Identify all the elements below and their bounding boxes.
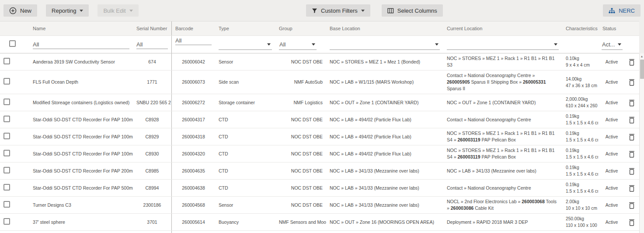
status-value: Active [599,217,624,227]
cell-type: Side scan [215,77,275,87]
cell-serial-number: SNBU 220 565 2 [133,98,171,108]
characteristic-weight: 14.00kg [566,76,598,82]
row-checkbox[interactable] [3,133,10,139]
table-row[interactable]: Star-Oddi SO-DST CTD Recorder For PAP 10… [0,111,639,128]
cell-characteristics: 0.19kg 1.5 x 1.5 x 4.6 cm [562,111,599,128]
table-row[interactable]: Turner Designs C3 2300186 260004568 Sens… [0,197,639,214]
delete-button[interactable] [629,167,635,175]
column-header-name[interactable]: Name [24,26,133,31]
select-all-checkbox[interactable] [9,40,16,47]
table-row[interactable]: Acoustic Modem box --- 260005392 Plastic… [0,231,639,233]
column-header-characteristics[interactable]: Characteristics [562,26,599,31]
new-button[interactable]: New [3,4,37,17]
cell-name: Star-Oddi SO-DST CTD Recorder For PAP 10… [24,115,133,125]
delete-button[interactable] [629,99,635,106]
cell-current-location: Contact » National Oceanography Centre [443,115,562,125]
cell-barcode: 260005614 [171,214,215,230]
column-header-current-location[interactable]: Current Location [443,26,562,31]
column-header-base-location[interactable]: Base Location [326,26,443,31]
cell-type: Sensor [215,200,275,210]
delete-button[interactable] [629,184,635,192]
cell-characteristics: 250.00kg 110 x 100 x 100 ... [562,214,599,230]
characteristic-dimensions: 1.5 x 1.5 x 4.6 cm [566,154,598,160]
column-header-serial-number[interactable]: Serial Number [133,26,171,31]
row-checkbox-cell [0,76,24,88]
cell-type: Sensor [215,57,275,67]
row-checkbox[interactable] [3,184,10,191]
cell-current-location: NOC » STORES » MEZ 1 » Rack 1 » R1 B1 » … [443,128,562,145]
table-row[interactable]: Star-Oddi SO-DST CTD Recorder For PAP 50… [0,180,639,197]
table-row[interactable]: Aanderaa 3919 SW Conductivity Sensor 674… [0,53,639,71]
scrollbar-thumb[interactable] [640,60,644,79]
barcode-filter-input[interactable] [175,36,212,45]
column-header-group[interactable]: Group [275,26,326,31]
status-filter-select[interactable]: Act... [602,39,623,50]
table-row[interactable]: Modified Storeage containers (Logistics … [0,94,639,111]
delete-button[interactable] [629,78,635,86]
cell-type: CTD [215,132,275,142]
table-row[interactable]: Star-Oddi SO-DST CTD Recorder For PAP 10… [0,145,639,162]
cell-name: Aanderaa 3919 SW Conductivity Sensor [24,57,133,67]
delete-button[interactable] [629,58,635,66]
chevron-down-icon [312,43,315,46]
status-value: Active [599,166,624,176]
reporting-button[interactable]: Reporting [46,4,89,17]
column-header-status[interactable]: Status [599,26,624,31]
table-row[interactable]: Star-Oddi SO-DST CTD Recorder For PAP 20… [0,162,639,180]
delete-button[interactable] [629,150,635,158]
characteristic-weight: 0.19kg [566,164,598,171]
type-filter-select[interactable] [219,39,272,50]
row-checkbox[interactable] [3,150,10,156]
cell-current-location: Contact » National Oceanography Centre [443,183,562,193]
name-filter-input[interactable] [33,40,129,49]
cell-current-location: NOC » STORES » MEZ 2 » Rack 4 » R4 B1 » … [443,231,562,233]
row-checkbox[interactable] [3,167,10,173]
characteristic-dimensions: 1.5 x 1.5 x 4.6 cm [566,188,598,194]
delete-button[interactable] [629,219,635,226]
row-checkbox[interactable] [3,201,10,208]
cell-group: NOC DST OBE [275,200,326,210]
chevron-down-icon [618,43,621,46]
table-filter-row: All Act... [0,36,639,53]
row-checkbox[interactable] [3,218,10,225]
columns-icon [387,8,394,14]
column-header-barcode[interactable]: Barcode [171,21,215,35]
row-checkbox-cell [0,199,24,211]
characteristic-dimensions: 1.5 x 1.5 x 4.6 cm [566,120,598,126]
nerc-button[interactable]: NERC [603,4,641,17]
characteristic-dimensions: 10 x 10 x 10 cm [566,205,598,212]
base-location-filter-select[interactable] [330,39,440,50]
vertical-scrollbar[interactable]: ▲ [639,53,644,233]
cell-serial-number: C8985 [133,166,171,176]
select-columns-button[interactable]: Select Columns [382,4,443,17]
row-checkbox[interactable] [3,116,10,122]
custom-filters-button[interactable]: Custom Filters [306,4,370,17]
table-body: Aanderaa 3919 SW Conductivity Sensor 674… [0,53,639,233]
row-checkbox[interactable] [3,58,10,64]
table-row[interactable]: FLS Full Ocean Depth 1771 260006073 Side… [0,71,639,94]
cell-name: Star-Oddi SO-DST CTD Recorder For PAP 20… [24,166,133,176]
cell-barcode: 260004318 [171,128,215,145]
characteristic-dimensions: 47 x 36 x 18 cm [566,82,598,89]
row-checkbox[interactable] [3,78,10,85]
delete-button[interactable] [629,201,635,209]
cell-type: CTD [215,149,275,159]
serial-number-filter-input[interactable] [136,40,168,49]
row-checkbox[interactable] [3,99,10,105]
table-row[interactable]: 37' steel sphere 3701 260005614 Buoyancy… [0,214,639,231]
cell-current-location: NOC » STORES » MEZ 1 » Rack 1 » R1 B1 » … [443,53,562,70]
plus-circle-icon [9,7,17,14]
table-row[interactable]: Star-Oddi SO-DST CTD Recorder For PAP 10… [0,128,639,145]
row-checkbox-cell [0,114,24,126]
cell-serial-number: C8994 [133,183,171,193]
group-filter-select[interactable]: All [279,39,317,50]
characteristic-dimensions: 610 x 244 x 260 ... [566,102,598,109]
cell-barcode: 260006073 [171,71,215,94]
column-header-type[interactable]: Type [215,26,275,31]
delete-button[interactable] [629,116,635,124]
chevron-down-icon [554,43,557,46]
cell-serial-number: 3701 [133,217,171,227]
delete-button[interactable] [629,133,635,141]
scroll-up-arrow-icon[interactable]: ▲ [640,53,644,59]
current-location-filter-select[interactable] [447,39,559,50]
